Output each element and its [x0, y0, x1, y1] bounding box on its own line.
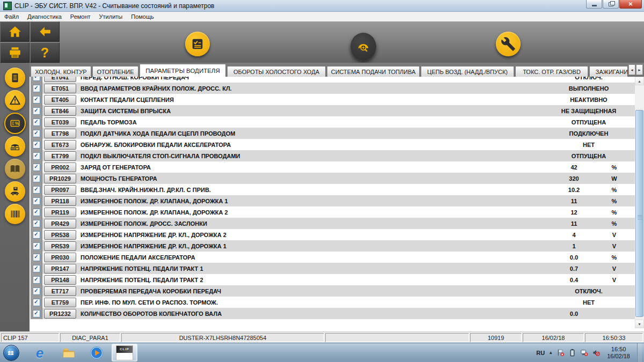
param-code-button[interactable]: PR148	[44, 275, 76, 285]
scroll-down-icon[interactable]: ▼	[635, 320, 644, 328]
param-code-button[interactable]: PR147	[44, 264, 76, 274]
row-checkbox[interactable]: ✓	[33, 287, 40, 295]
row-checkbox[interactable]: ✓	[33, 310, 40, 317]
restore-button[interactable]	[603, 0, 619, 9]
param-code-button[interactable]: PR002	[44, 162, 76, 172]
start-button[interactable]	[3, 345, 19, 361]
checklist-button[interactable]	[185, 32, 210, 56]
row-checkbox[interactable]: ✓	[33, 85, 40, 92]
repair-button[interactable]	[496, 32, 521, 56]
menu-diagnostics[interactable]: Диагностика	[23, 13, 66, 20]
sidebar-save-data-button[interactable]	[5, 181, 25, 202]
param-code-button[interactable]: ET798	[44, 129, 76, 138]
table-row: ✓ET405КОНТАКТ ПЕДАЛИ СЦЕПЛЕНИЯНЕАКТИВНО	[31, 94, 635, 105]
minimize-icon	[592, 5, 597, 6]
row-checkbox[interactable]: ✓	[33, 231, 40, 239]
row-checkbox[interactable]: ✓	[33, 77, 40, 81]
row-checkbox[interactable]: ✓	[33, 299, 40, 306]
param-code-button[interactable]: ET041	[44, 77, 76, 82]
taskbar-media-player[interactable]	[86, 344, 107, 361]
sidebar-parameters-button[interactable]: %	[4, 113, 26, 134]
tab-7[interactable]: ТОКС. ОТР. ГАЗ/OBD	[515, 66, 588, 77]
param-code-button[interactable]: PR539	[44, 241, 76, 251]
sidebar-report-button[interactable]	[5, 68, 25, 88]
scrollbar-thumb[interactable]	[635, 110, 643, 317]
tab-5[interactable]: СИСТЕМА ПОДАЧИ ТОПЛИВА	[327, 66, 420, 77]
tab-scroll-left-icon[interactable]: ◄	[628, 64, 635, 75]
minimize-button[interactable]	[586, 0, 602, 9]
row-checkbox[interactable]: ✓	[33, 164, 40, 171]
print-button[interactable]	[0, 42, 30, 63]
volume-muted-icon[interactable]	[592, 349, 600, 357]
vertical-scrollbar[interactable]: ▲ ▼	[635, 77, 644, 328]
row-checkbox[interactable]: ✓	[33, 96, 40, 104]
param-code-button[interactable]: PR538	[44, 230, 76, 240]
taskbar-clip-app[interactable]: CLIP	[112, 344, 137, 361]
tab-4[interactable]: ОБОРОТЫ ХОЛОСТОГО ХОДА	[227, 66, 326, 77]
row-checkbox[interactable]: ✓	[33, 152, 40, 160]
table-row: ✓PR030ПОЛОЖЕНИЕ ПЕДАЛИ АКСЕЛЕРАТОРА0.0%	[31, 252, 635, 263]
param-code-button[interactable]: ET759	[44, 298, 76, 307]
car-diagnostic-button[interactable]	[350, 33, 376, 61]
param-status-value: ВЫПОЛНЕНО	[543, 85, 635, 92]
network-disconnected-icon[interactable]	[580, 349, 588, 357]
car-battery-icon	[9, 141, 21, 152]
language-indicator[interactable]: RU	[536, 350, 545, 356]
param-unit: W	[605, 175, 623, 182]
row-checkbox[interactable]: ✓	[33, 242, 40, 250]
tab-1[interactable]: ХОЛОДН. КОНТУР	[31, 66, 91, 77]
row-checkbox[interactable]: ✓	[33, 175, 40, 182]
row-checkbox[interactable]: ✓	[33, 130, 40, 137]
table-rows-container: ✓ET041ПЕРЕД. ОТНОШ. КОРОБКИ ПЕРЕДАЧОТКЛЮ…	[31, 77, 635, 319]
battery-icon[interactable]	[568, 349, 576, 357]
row-checkbox[interactable]: ✓	[33, 265, 40, 272]
hidden-icons-arrow-icon[interactable]: ▲	[548, 350, 553, 355]
param-code-button[interactable]: ET717	[44, 286, 76, 296]
sidebar-car-test-button[interactable]	[5, 136, 25, 157]
sidebar-manual-button[interactable]	[5, 159, 25, 179]
param-code-button[interactable]: PR118	[44, 196, 76, 206]
row-checkbox[interactable]: ✓	[33, 209, 40, 216]
close-button[interactable]: ✕	[619, 0, 642, 9]
param-code-button[interactable]: PR1029	[44, 174, 76, 183]
sidebar-faults-button[interactable]	[5, 90, 25, 110]
action-center-flag-icon[interactable]	[557, 349, 565, 357]
back-button[interactable]	[30, 21, 60, 42]
param-code-button[interactable]: PR097	[44, 185, 76, 195]
row-checkbox[interactable]: ✓	[33, 186, 40, 194]
param-code-button[interactable]: PR429	[44, 219, 76, 228]
param-code-button[interactable]: PR119	[44, 208, 76, 217]
param-code-button[interactable]: PR030	[44, 253, 76, 262]
param-code-button[interactable]: PR1232	[44, 309, 76, 319]
scroll-up-icon[interactable]: ▲	[635, 77, 644, 85]
param-code-button[interactable]: ET799	[44, 151, 76, 161]
help-button[interactable]: ?	[30, 42, 60, 63]
param-code-button[interactable]: ET051	[44, 84, 76, 93]
param-code-button[interactable]: ET673	[44, 140, 76, 150]
tab-6[interactable]: ЦЕПЬ ВОЗД. (НАДД./ВПУСК)	[421, 66, 514, 77]
row-checkbox[interactable]: ✓	[33, 107, 40, 115]
tab-8[interactable]: ЗАЖИГАНИ	[589, 66, 627, 77]
sidebar-vin-button[interactable]	[5, 204, 25, 224]
param-code-button[interactable]: ET039	[44, 117, 76, 127]
param-code-button[interactable]: ET405	[44, 95, 76, 105]
tab-scroll-right-icon[interactable]: ►	[636, 64, 643, 75]
taskbar-clock[interactable]: 16:50 16/02/18	[604, 346, 633, 360]
tab-3[interactable]: ПАРАМЕТРЫ ВОДИТЕЛЯ	[140, 64, 226, 77]
row-checkbox[interactable]: ✓	[33, 276, 40, 284]
tab-2[interactable]: ОТОПЛЕНИЕ	[92, 66, 138, 77]
menu-file[interactable]: Файл	[0, 13, 23, 20]
row-checkbox[interactable]: ✓	[33, 220, 40, 227]
param-code-button[interactable]: ET846	[44, 106, 76, 116]
show-desktop-button[interactable]	[637, 343, 642, 362]
taskbar-explorer[interactable]	[58, 344, 79, 361]
home-button[interactable]	[0, 21, 30, 42]
row-checkbox[interactable]: ✓	[33, 254, 40, 261]
menu-help[interactable]: Помощь	[127, 13, 158, 20]
menu-repair[interactable]: Ремонт	[66, 13, 95, 20]
menu-utilities[interactable]: Утилиты	[95, 13, 127, 20]
taskbar-internet-explorer[interactable]: e	[29, 344, 50, 361]
row-checkbox[interactable]: ✓	[33, 141, 40, 149]
row-checkbox[interactable]: ✓	[33, 197, 40, 205]
row-checkbox[interactable]: ✓	[33, 119, 40, 126]
